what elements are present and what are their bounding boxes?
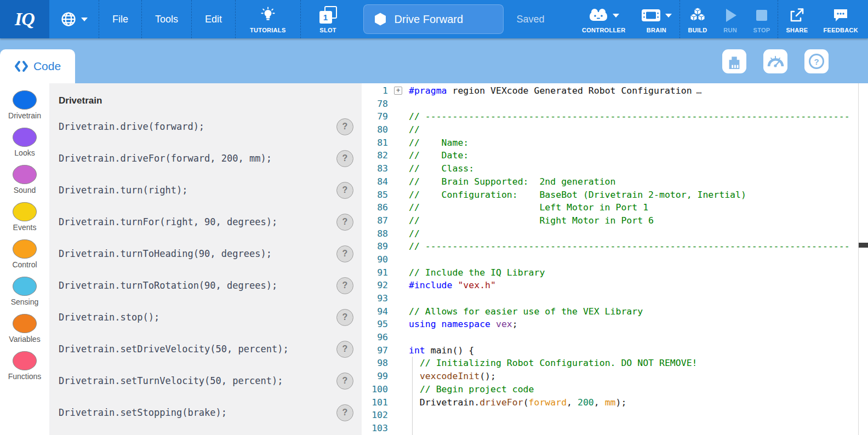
code-token: , xyxy=(567,397,578,408)
menu-edit[interactable]: Edit xyxy=(192,0,235,38)
command-help-button[interactable]: ? xyxy=(336,309,353,326)
command-text[interactable]: Drivetrain.turnFor(right, 90, degrees); xyxy=(59,216,277,227)
code-line[interactable]: 100 // Begin project code xyxy=(362,383,868,396)
project-name-button[interactable]: Drive Forward xyxy=(363,4,504,34)
code-line[interactable]: 96 xyxy=(362,331,868,344)
help-button-global[interactable]: ? xyxy=(804,49,829,73)
slot-button[interactable]: 1 SLOT xyxy=(301,0,356,38)
tab-code[interactable]: Code xyxy=(0,49,75,83)
tutorials-button[interactable]: TUTORIALS xyxy=(236,0,300,38)
code-token: mm xyxy=(605,397,616,408)
run-button[interactable]: RUN xyxy=(715,0,746,38)
command-text[interactable]: Drivetrain.driveFor(forward, 200, mm); xyxy=(59,153,272,164)
sidebar-item-variables[interactable]: Variables xyxy=(9,314,40,344)
code-line[interactable]: 98 // Initializing Robot Configuration. … xyxy=(362,357,868,370)
code-token: // Class: xyxy=(409,163,474,174)
code-text: // Name: xyxy=(409,136,469,150)
monitor-gauge-button[interactable] xyxy=(763,49,787,73)
stop-button[interactable]: STOP xyxy=(746,0,778,38)
code-line[interactable]: 94// Allows for easier use of the VEX Li… xyxy=(362,305,868,318)
command-help-button[interactable]: ? xyxy=(336,214,353,231)
code-line[interactable]: 90 xyxy=(362,253,868,266)
code-token xyxy=(436,319,442,329)
command-help-button[interactable]: ? xyxy=(336,182,353,199)
top-toolbar: IQ File Tools Edit xyxy=(0,0,868,38)
editor-gutter xyxy=(388,409,409,422)
code-line[interactable]: 92#include "vex.h" xyxy=(362,279,868,292)
command-text[interactable]: Drivetrain.turn(right); xyxy=(59,185,187,196)
controller-icon xyxy=(588,7,609,24)
code-line[interactable]: 88// xyxy=(362,227,868,241)
build-button[interactable]: BUILD xyxy=(680,0,715,38)
sidebar-item-sensing[interactable]: Sensing xyxy=(11,277,39,306)
command-help-button[interactable]: ? xyxy=(336,277,353,294)
code-token: // Configuration: BaseBot (Drivetrain 2-… xyxy=(409,190,746,200)
code-token: // Include the IQ Library xyxy=(409,267,545,278)
command-help-button[interactable]: ? xyxy=(336,118,353,135)
sidebar-item-drivetrain[interactable]: Drivetrain xyxy=(8,90,41,120)
code-line[interactable]: 91// Include the IQ Library xyxy=(362,266,868,279)
code-line[interactable]: 89// -----------------------------------… xyxy=(362,240,868,253)
sidebar-item-control[interactable]: Control xyxy=(12,239,37,269)
command-text[interactable]: Drivetrain.setStopping(brake); xyxy=(59,407,227,418)
code-line[interactable]: 103 xyxy=(362,422,868,435)
code-line[interactable]: 95using namespace vex; xyxy=(362,318,868,331)
command-text[interactable]: Drivetrain.setTurnVelocity(50, percent); xyxy=(59,375,283,386)
sidebar-item-events[interactable]: Events xyxy=(13,202,37,232)
editor-gutter xyxy=(388,188,409,202)
menu-tools[interactable]: Tools xyxy=(142,0,191,38)
command-help-button[interactable]: ? xyxy=(336,404,353,421)
code-token: driveFor xyxy=(479,397,523,408)
editor-overview-ruler[interactable] xyxy=(858,83,868,435)
code-line[interactable]: 102 xyxy=(362,409,868,422)
code-line[interactable]: 82// Date: xyxy=(362,149,868,162)
sound-category-icon xyxy=(13,165,37,184)
command-panel: Drivetrain Drivetrain.drive(forward);?Dr… xyxy=(49,83,362,435)
sidebar-item-label: Control xyxy=(12,260,37,269)
editor-gutter xyxy=(388,318,409,331)
code-line[interactable]: 85// Configuration: BaseBot (Drivetrain … xyxy=(362,188,868,202)
code-text: #pragma region VEXcode Generated Robot C… xyxy=(409,84,703,98)
sidebar-item-looks[interactable]: Looks xyxy=(13,128,37,157)
controller-button[interactable]: CONTROLLER xyxy=(574,0,633,38)
code-line[interactable]: 101 Drivetrain.driveFor(forward, 200, mm… xyxy=(362,396,868,409)
line-number: 78 xyxy=(362,98,388,111)
feedback-button[interactable]: FEEDBACK xyxy=(815,0,868,38)
folded-region-ellipsis[interactable]: … xyxy=(696,85,703,96)
command-list: Drivetrain.drive(forward);?Drivetrain.dr… xyxy=(49,111,362,428)
command-text[interactable]: Drivetrain.drive(forward); xyxy=(59,121,204,132)
code-line[interactable]: 93 xyxy=(362,292,868,305)
code-editor[interactable]: 1+#pragma region VEXcode Generated Robot… xyxy=(362,83,868,435)
code-line[interactable]: 99 vexcodeInit(); xyxy=(362,370,868,383)
code-line[interactable]: 81// Name: xyxy=(362,136,868,150)
fold-expand-icon[interactable]: + xyxy=(394,87,402,95)
sidebar-item-functions[interactable]: Functions xyxy=(8,351,42,381)
code-line[interactable]: 79// -----------------------------------… xyxy=(362,110,868,123)
brain-button[interactable]: BRAIN xyxy=(633,0,679,38)
command-text[interactable]: Drivetrain.stop(); xyxy=(59,312,159,323)
language-button[interactable] xyxy=(49,0,99,38)
sidebar-item-sound[interactable]: Sound xyxy=(13,165,37,194)
command-help-button[interactable]: ? xyxy=(336,150,353,167)
command-help-button[interactable]: ? xyxy=(336,341,353,358)
code-line[interactable]: 80// xyxy=(362,123,868,136)
code-line[interactable]: 86// Left Motor in Port 1 xyxy=(362,201,868,214)
code-line[interactable]: 1+#pragma region VEXcode Generated Robot… xyxy=(362,84,868,98)
code-line[interactable]: 83// Class: xyxy=(362,162,868,175)
share-button[interactable]: SHARE xyxy=(778,0,815,38)
code-line[interactable]: 87// Right Motor in Port 6 xyxy=(362,214,868,227)
command-text[interactable]: Drivetrain.setDriveVelocity(50, percent)… xyxy=(59,344,289,354)
command-help-button[interactable]: ? xyxy=(336,373,353,390)
code-line[interactable]: 78 xyxy=(362,98,868,111)
code-token: , xyxy=(594,397,605,408)
command-help-button[interactable]: ? xyxy=(336,245,353,262)
code-token: forward xyxy=(529,397,567,408)
code-line[interactable]: 97int main() { xyxy=(362,344,868,357)
code-line[interactable]: 84// Brain Supported: 2nd generation xyxy=(362,175,868,188)
devices-button[interactable] xyxy=(722,49,746,73)
code-token xyxy=(409,384,420,394)
command-text[interactable]: Drivetrain.turnToHeading(90, degrees); xyxy=(59,248,272,259)
line-number: 96 xyxy=(362,331,388,344)
menu-file[interactable]: File xyxy=(99,0,141,38)
command-text[interactable]: Drivetrain.turnToRotation(90, degrees); xyxy=(59,280,277,291)
